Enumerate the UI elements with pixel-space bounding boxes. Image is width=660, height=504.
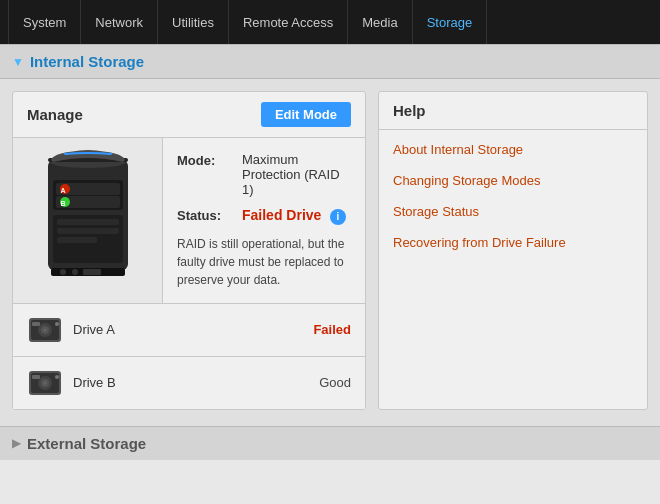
svg-rect-30: [32, 375, 40, 379]
content-area: Manage Edit Mode: [0, 79, 660, 422]
svg-rect-11: [57, 219, 119, 225]
manage-header: Manage Edit Mode: [13, 92, 365, 138]
svg-rect-17: [83, 269, 101, 275]
svg-point-22: [44, 328, 47, 331]
nav-utilities[interactable]: Utilities: [158, 0, 229, 44]
svg-rect-23: [32, 322, 40, 326]
svg-point-15: [60, 269, 66, 275]
nav-system[interactable]: System: [8, 0, 81, 44]
mode-value: Maximum Protection (RAID 1): [242, 152, 351, 197]
internal-storage-chevron[interactable]: ▼: [12, 55, 24, 69]
mode-label: Mode:: [177, 152, 242, 168]
external-storage-section-header: ▶ External Storage: [0, 426, 660, 460]
status-value: Failed Drive i: [242, 207, 346, 225]
nav-storage[interactable]: Storage: [413, 0, 488, 44]
help-link-recovering-drive-failure[interactable]: Recovering from Drive Failure: [393, 235, 633, 250]
nav-media[interactable]: Media: [348, 0, 412, 44]
raid-note: RAID is still operational, but the fault…: [177, 235, 351, 289]
status-row: Status: Failed Drive i: [177, 207, 351, 225]
drive-a-status: Failed: [313, 322, 351, 337]
drive-b-status: Good: [319, 375, 351, 390]
topnav: System Network Utilities Remote Access M…: [0, 0, 660, 44]
manage-title: Manage: [27, 106, 83, 123]
status-label: Status:: [177, 207, 242, 223]
drive-a-row: Drive A Failed: [13, 304, 365, 357]
help-links: About Internal Storage Changing Storage …: [379, 130, 647, 262]
mode-row: Mode: Maximum Protection (RAID 1): [177, 152, 351, 197]
svg-text:A: A: [60, 187, 65, 194]
svg-text:B: B: [60, 200, 65, 207]
drive-b-name: Drive B: [73, 375, 319, 390]
storage-info-row: A B: [13, 138, 365, 304]
status-failed-text: Failed Drive: [242, 207, 321, 223]
help-link-changing-storage-modes[interactable]: Changing Storage Modes: [393, 173, 633, 188]
edit-mode-button[interactable]: Edit Mode: [261, 102, 351, 127]
nav-remote-access[interactable]: Remote Access: [229, 0, 348, 44]
svg-rect-12: [57, 228, 119, 234]
drive-b-row: Drive B Good: [13, 357, 365, 409]
drive-a-icon: [27, 312, 63, 348]
nav-network[interactable]: Network: [81, 0, 158, 44]
drive-b-icon: [27, 365, 63, 401]
svg-point-24: [55, 322, 59, 326]
help-panel: Help About Internal Storage Changing Sto…: [378, 91, 648, 410]
svg-point-29: [44, 381, 47, 384]
svg-point-31: [55, 375, 59, 379]
internal-storage-section-header: ▼ Internal Storage: [0, 44, 660, 79]
svg-rect-13: [57, 237, 97, 243]
svg-point-16: [72, 269, 78, 275]
help-title: Help: [393, 102, 426, 119]
internal-storage-title: Internal Storage: [30, 53, 144, 70]
nas-device-svg: A B: [33, 150, 143, 290]
drive-a-name: Drive A: [73, 322, 313, 337]
info-icon[interactable]: i: [330, 209, 346, 225]
help-header: Help: [379, 92, 647, 130]
storage-image: A B: [13, 138, 163, 303]
external-storage-chevron[interactable]: ▶: [12, 436, 21, 450]
manage-panel: Manage Edit Mode: [12, 91, 366, 410]
external-storage-title: External Storage: [27, 435, 146, 452]
help-link-storage-status[interactable]: Storage Status: [393, 204, 633, 219]
page-body: ▼ Internal Storage Manage Edit Mode: [0, 44, 660, 460]
storage-details: Mode: Maximum Protection (RAID 1) Status…: [163, 138, 365, 303]
help-link-about-internal-storage[interactable]: About Internal Storage: [393, 142, 633, 157]
